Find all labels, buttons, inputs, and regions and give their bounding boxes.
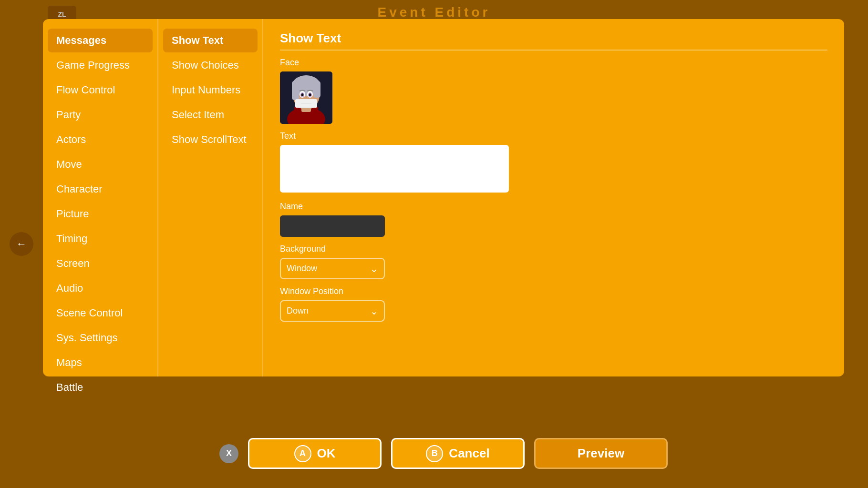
sidebar-item-audio[interactable]: Audio <box>48 276 153 300</box>
sidebar-item-battle[interactable]: Battle <box>48 376 153 399</box>
content-title: Show Text <box>280 31 827 51</box>
window-position-dropdown[interactable]: Down ⌄ <box>280 300 385 322</box>
background-dropdown[interactable]: Window ⌄ <box>280 258 385 279</box>
sidebar-item-sys-settings[interactable]: Sys. Settings <box>48 326 153 350</box>
window-position-value: Down <box>287 306 309 316</box>
preview-button[interactable]: Preview <box>534 438 668 469</box>
sidebar-item-scene-control[interactable]: Scene Control <box>48 301 153 325</box>
cancel-badge: B <box>426 445 443 462</box>
background-dropdown-arrow: ⌄ <box>370 263 378 274</box>
background-label: Background <box>280 244 827 254</box>
sidebar-item-timing[interactable]: Timing <box>48 227 153 251</box>
face-label: Face <box>280 58 827 68</box>
name-label: Name <box>280 202 827 212</box>
middle-item-show-text[interactable]: Show Text <box>163 29 258 52</box>
sidebar-item-picture[interactable]: Picture <box>48 202 153 226</box>
sidebar-item-screen[interactable]: Screen <box>48 252 153 275</box>
main-panel: Messages Game Progress Flow Control Part… <box>43 19 844 376</box>
window-position-label: Window Position <box>280 286 827 296</box>
sidebar-item-game-progress[interactable]: Game Progress <box>48 53 153 77</box>
sidebar-item-maps[interactable]: Maps <box>48 351 153 375</box>
sidebar: Messages Game Progress Flow Control Part… <box>43 19 157 376</box>
background-value: Window <box>287 264 317 274</box>
content-area: Show Text Face <box>262 19 844 376</box>
window-position-dropdown-arrow: ⌄ <box>370 305 378 317</box>
middle-item-input-numbers[interactable]: Input Numbers <box>163 78 258 102</box>
ok-label: OK <box>317 446 336 461</box>
svg-point-14 <box>309 93 311 96</box>
face-image[interactable] <box>280 71 332 124</box>
ok-button[interactable]: A OK <box>248 438 382 469</box>
text-input[interactable] <box>280 145 509 193</box>
sidebar-item-character[interactable]: Character <box>48 177 153 201</box>
sidebar-item-actors[interactable]: Actors <box>48 128 153 152</box>
x-button[interactable]: X <box>219 444 238 463</box>
middle-item-show-choices[interactable]: Show Choices <box>163 53 258 77</box>
app-title: Event Editor <box>378 5 491 20</box>
bottom-bar: X A OK B Cancel Preview <box>43 438 844 469</box>
ok-badge: A <box>294 445 311 462</box>
title-bar: Event Editor <box>0 5 868 20</box>
sidebar-item-messages[interactable]: Messages <box>48 29 153 52</box>
middle-item-select-item[interactable]: Select Item <box>163 103 258 127</box>
svg-point-13 <box>301 93 304 96</box>
cancel-label: Cancel <box>449 446 489 461</box>
middle-item-show-scroll-text[interactable]: Show ScrollText <box>163 128 258 152</box>
middle-column: Show Text Show Choices Input Numbers Sel… <box>157 19 262 376</box>
nav-left-button[interactable]: ← <box>10 232 33 256</box>
cancel-button[interactable]: B Cancel <box>391 438 525 469</box>
sidebar-item-flow-control[interactable]: Flow Control <box>48 78 153 102</box>
text-label: Text <box>280 131 827 141</box>
sidebar-item-move[interactable]: Move <box>48 152 153 176</box>
name-input[interactable] <box>280 215 385 237</box>
sidebar-item-party[interactable]: Party <box>48 103 153 127</box>
preview-label: Preview <box>578 446 624 461</box>
svg-rect-7 <box>313 81 320 98</box>
